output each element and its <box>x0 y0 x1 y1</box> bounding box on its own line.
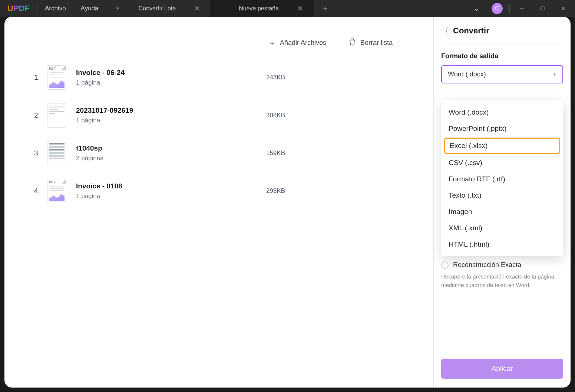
radio-exact[interactable]: Reconstrucción Exacta <box>441 261 563 269</box>
logo-f: F <box>24 4 29 13</box>
format-label: Formato de salida <box>441 52 563 60</box>
file-row[interactable]: 2.20231017-0926191 página308KB <box>34 96 404 134</box>
dropdown-item[interactable]: CSV (.csv) <box>441 155 563 171</box>
tabs: ▼ Convertir Lote ✕ Nueva pestaña ✕ ＋ <box>106 0 468 17</box>
option-desc-2: Recupere la presentación exacta de la pá… <box>441 273 563 289</box>
file-row[interactable]: 4.PDFInvoice - 01081 página293KB <box>34 172 404 210</box>
app-body: ＋ Añadir Archivos Borrar lista 1.PDFInvo… <box>4 17 571 388</box>
tab-label: Convertir Lote <box>139 5 176 12</box>
clear-list-label: Borrar lista <box>360 39 393 47</box>
file-info: Invoice - 06-241 página <box>76 69 266 86</box>
file-name: Invoice - 0108 <box>76 182 266 190</box>
file-actions: ＋ Añadir Archivos Borrar lista <box>34 35 404 59</box>
format-dropdown: Word (.docx)PowerPoint (.pptx)Excel (.xl… <box>441 101 563 256</box>
file-pages: 1 página <box>76 79 266 86</box>
close-button[interactable]: ✕ <box>554 0 572 17</box>
format-selected: Word (.docx) <box>448 70 486 78</box>
tab-label: Nueva pestaña <box>239 5 279 12</box>
plus-icon: ＋ <box>269 39 275 47</box>
logo-d: D <box>19 4 25 13</box>
file-thumbnail: PDF <box>47 65 66 90</box>
window-controls: ⌄ C ─ ☐ ✕ <box>468 0 575 17</box>
clear-list-button[interactable]: Borrar lista <box>348 38 393 47</box>
file-info: 20231017-0926191 página <box>76 106 266 124</box>
add-tab-button[interactable]: ＋ <box>314 3 337 14</box>
panel-header: 〈 Convertir <box>441 26 563 43</box>
chevron-down-icon: ▼ <box>553 72 556 76</box>
logo-u: U <box>7 4 13 13</box>
menu-help[interactable]: Ayuda <box>73 5 106 12</box>
dropdown-item[interactable]: Formato RTF (.rtf) <box>441 171 563 187</box>
back-icon[interactable]: 〈 <box>441 26 449 36</box>
dropdown-item[interactable]: Word (.docx) <box>441 104 563 121</box>
dropdown-item[interactable]: Texto (.txt) <box>441 187 563 204</box>
add-files-button[interactable]: ＋ Añadir Archivos <box>269 38 326 47</box>
file-number: 3. <box>34 149 47 157</box>
file-info: f1040sp2 páginas <box>76 144 266 162</box>
file-pages: 1 página <box>76 192 266 200</box>
file-row[interactable]: 1.PDFInvoice - 06-241 página243KB <box>34 59 404 96</box>
divider <box>509 4 510 13</box>
radio-exact-label: Reconstrucción Exacta <box>453 261 521 269</box>
file-name: 20231017-092619 <box>76 106 266 115</box>
menu-file[interactable]: Archivo <box>37 5 73 12</box>
file-number: 2. <box>34 111 47 119</box>
dropdown-item[interactable]: PowerPoint (.pptx) <box>441 121 563 137</box>
maximize-button[interactable]: ☐ <box>533 0 551 17</box>
tab-new[interactable]: Nueva pestaña ✕ <box>210 0 314 17</box>
close-icon[interactable]: ✕ <box>297 4 303 13</box>
minimize-button[interactable]: ─ <box>513 0 531 17</box>
file-number: 4. <box>34 187 47 195</box>
file-pages: 2 páginas <box>76 155 266 162</box>
close-icon[interactable]: ✕ <box>194 4 200 13</box>
dropdown-item[interactable]: Excel (.xlsx) <box>444 138 560 154</box>
dropdown-item[interactable]: Imagen <box>441 204 563 220</box>
file-name: Invoice - 06-24 <box>76 69 266 77</box>
file-name: f1040sp <box>76 144 266 152</box>
file-thumbnail: PDF <box>47 179 66 203</box>
file-thumbnail <box>47 141 66 165</box>
file-pages: 1 página <box>76 117 266 124</box>
avatar[interactable]: C <box>492 3 503 14</box>
file-size: 293KB <box>266 187 404 195</box>
file-size: 159KB <box>266 149 404 157</box>
logo-p: P <box>13 4 19 13</box>
trash-icon <box>348 38 356 47</box>
tab-dropdown-icon[interactable]: ▼ <box>116 6 120 11</box>
dropdown-item[interactable]: HTML (.html) <box>441 236 563 253</box>
logo: UPDF <box>0 4 37 13</box>
add-files-label: Añadir Archivos <box>280 39 326 47</box>
file-card: ＋ Añadir Archivos Borrar lista 1.PDFInvo… <box>23 28 415 217</box>
file-row[interactable]: 3.f1040sp2 páginas159KB <box>34 134 404 172</box>
apply-button[interactable]: Aplicar <box>441 359 563 379</box>
format-select[interactable]: Word (.docx) ▼ <box>441 65 563 83</box>
tab-convert-batch[interactable]: ▼ Convertir Lote ✕ <box>106 0 210 17</box>
dropdown-item[interactable]: XML (.xml) <box>441 220 563 236</box>
radio-icon <box>441 261 449 269</box>
titlebar: UPDF Archivo Ayuda ▼ Convertir Lote ✕ Nu… <box>0 0 575 17</box>
main-panel: ＋ Añadir Archivos Borrar lista 1.PDFInvo… <box>4 17 433 388</box>
file-thumbnail <box>47 103 66 128</box>
side-panel: 〈 Convertir Formato de salida Word (.doc… <box>433 17 571 388</box>
file-size: 243KB <box>266 74 404 81</box>
chevron-down-icon[interactable]: ⌄ <box>468 4 485 13</box>
file-number: 1. <box>34 73 47 82</box>
panel-title: Convertir <box>453 26 489 36</box>
file-size: 308KB <box>266 112 404 119</box>
file-info: Invoice - 01081 página <box>76 182 266 200</box>
apply-bar: Aplicar <box>441 351 563 379</box>
